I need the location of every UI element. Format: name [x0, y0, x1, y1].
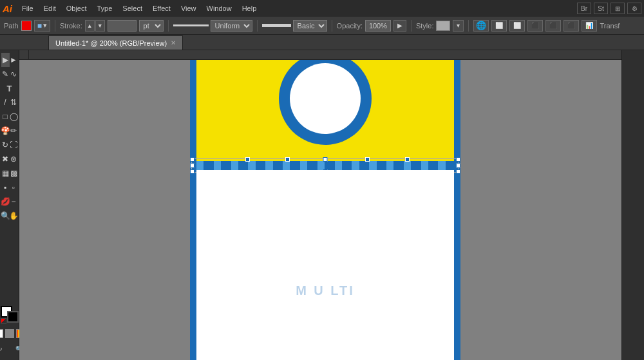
direct-select-tool[interactable]: ►	[10, 53, 18, 67]
blend-tool[interactable]: ▫	[10, 180, 18, 194]
divider-2	[168, 20, 169, 32]
align-btn2[interactable]: ⬜	[509, 20, 525, 32]
main-area: ▶ ► ✎ ∿ T / ⇅ □ ◯ 🍄 ✏ ↻ ⛶ ✖ ⊛ ▦ ▩	[0, 50, 644, 360]
align-btn1[interactable]: ⬜	[491, 20, 507, 32]
rect-tool[interactable]: □	[1, 109, 10, 124]
menu-edit[interactable]: Edit	[39, 3, 61, 14]
align-btn4[interactable]: ⬛	[545, 20, 561, 32]
menu-select[interactable]: Select	[118, 3, 147, 14]
chart-btn[interactable]: 📊	[582, 20, 597, 32]
menu-effect[interactable]: Effect	[148, 3, 175, 14]
pencil-tool[interactable]: ✏	[10, 124, 18, 138]
tab-title: Untitled-1* @ 200% (RGB/Preview)	[55, 39, 167, 47]
search-icon[interactable]: ⚙	[627, 3, 641, 14]
gray-swatch[interactable]	[5, 329, 14, 338]
divider-5	[411, 20, 412, 32]
fill-swatch[interactable]	[21, 21, 32, 31]
ruler-top	[19, 50, 621, 60]
stock-icon[interactable]: St	[594, 3, 608, 14]
document-canvas: M U LTI	[190, 60, 460, 360]
fill-stroke-swatches	[1, 306, 19, 324]
canvas-scroll-area[interactable]: M U LTI	[29, 60, 621, 360]
stripe-band	[196, 161, 454, 170]
yellow-section	[196, 60, 454, 163]
arc-tool[interactable]: ⇅	[10, 95, 18, 109]
bridge-icon[interactable]: Br	[577, 3, 591, 14]
stroke-up[interactable]: ▲	[85, 20, 95, 32]
rotate-tool[interactable]: ↻	[1, 138, 10, 152]
rotate-view-btn[interactable]: ↻	[0, 342, 8, 356]
warp-tool[interactable]: ✖	[1, 152, 10, 166]
menu-bar: Ai File Edit Object Type Select Effect V…	[0, 0, 644, 17]
opacity-label: Opacity:	[337, 22, 363, 30]
puppet-tool[interactable]: ⊛	[10, 152, 18, 166]
divider-3	[257, 20, 258, 32]
menu-type[interactable]: Type	[93, 3, 117, 14]
dash-preview: Basic	[262, 20, 327, 32]
opacity-more[interactable]: ▶	[393, 20, 406, 32]
stroke-label: Stroke:	[60, 22, 82, 30]
eyedropper-tool[interactable]: 💋	[1, 194, 10, 209]
top-toolbar: Path ■ ▾ Stroke: ▲ ▼ 10 pt ptpx Uniform …	[0, 17, 644, 35]
scale-tool[interactable]: ⛶	[10, 138, 18, 152]
menu-help[interactable]: Help	[238, 3, 261, 14]
pen-tools: ✎ ∿	[0, 67, 19, 81]
type-tool[interactable]: T	[1, 81, 18, 95]
column-graph-tool[interactable]: ▦	[1, 166, 10, 180]
divider-4	[332, 20, 332, 32]
circle-ring	[277, 60, 374, 147]
none-icon	[1, 318, 6, 324]
stroke-unit-select[interactable]: ptpx	[139, 20, 164, 32]
menu-file[interactable]: File	[17, 3, 38, 14]
left-toolbar: ▶ ► ✎ ∿ T / ⇅ □ ◯ 🍄 ✏ ↻ ⛶ ✖ ⊛ ▦ ▩	[0, 50, 19, 360]
white-swatch[interactable]	[0, 329, 3, 338]
shape-selector[interactable]: ■ ▾	[34, 20, 50, 32]
style-label: Style:	[416, 22, 434, 30]
tab-bar: Untitled-1* @ 200% (RGB/Preview) ✕	[0, 35, 644, 50]
ruler-corner	[19, 50, 29, 59]
blue-bar-left	[190, 60, 196, 360]
select-tools: ▶ ►	[0, 53, 19, 67]
line-tool[interactable]: /	[1, 95, 10, 109]
stripe-dashes	[196, 161, 454, 170]
document-tab[interactable]: Untitled-1* @ 200% (RGB/Preview) ✕	[48, 35, 183, 50]
style-dropdown[interactable]: ▾	[453, 20, 464, 32]
divider-1	[55, 20, 55, 32]
paintbrush-tool[interactable]: 🍄	[1, 124, 10, 138]
pen-tool[interactable]: ✎	[1, 67, 10, 81]
measure-tool[interactable]: −	[10, 194, 18, 209]
stroke-preview: Uniform	[173, 20, 252, 32]
app-logo: Ai	[3, 3, 12, 14]
style-swatch[interactable]	[436, 21, 450, 31]
tab-close-btn[interactable]: ✕	[171, 39, 176, 46]
stroke-value-input[interactable]: 10 pt	[108, 20, 137, 32]
white-body-section: M U LTI	[196, 170, 454, 360]
workspace-icon[interactable]: ⊞	[611, 3, 625, 14]
path-label: Path	[4, 22, 19, 30]
menu-object[interactable]: Object	[62, 3, 91, 14]
menubar-right-icons: Br St ⊞ ⚙	[577, 3, 641, 14]
gradient-tool[interactable]: ▪	[1, 180, 10, 194]
canvas-area: M U LTI	[19, 50, 621, 360]
opacity-input[interactable]	[365, 20, 391, 32]
stroke-down[interactable]: ▼	[95, 20, 105, 32]
mesh-tool[interactable]: ▩	[10, 166, 18, 180]
select-tool[interactable]: ▶	[1, 53, 10, 67]
stroke-type-select[interactable]: Uniform	[211, 20, 252, 32]
menu-window[interactable]: Window	[202, 3, 236, 14]
dash-type-select[interactable]: Basic	[293, 20, 327, 32]
align-btn5[interactable]: ⬛	[564, 20, 579, 32]
hand-tool[interactable]: ✋	[10, 209, 18, 223]
watermark-text: M U LTI	[296, 283, 355, 298]
right-panel	[621, 50, 644, 360]
ellipse-tool[interactable]: ◯	[10, 109, 18, 124]
menu-view[interactable]: View	[176, 3, 201, 14]
divider-6	[468, 20, 469, 32]
align-btn3[interactable]: ⬛	[527, 20, 543, 32]
transform-label: Transf	[600, 22, 620, 30]
globe-btn[interactable]: 🌐	[473, 20, 489, 32]
blue-bar-right	[454, 60, 460, 360]
artboard: M U LTI	[190, 60, 460, 360]
curvature-tool[interactable]: ∿	[10, 67, 18, 81]
stroke-color-swatch[interactable]	[7, 311, 19, 323]
